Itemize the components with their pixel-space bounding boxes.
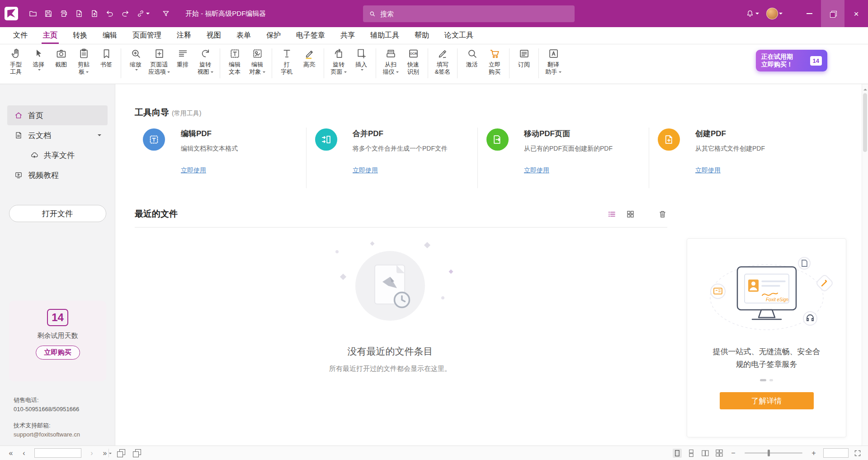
- menu-page-management[interactable]: 页面管理: [125, 27, 169, 44]
- sidebar-item-home[interactable]: 首页: [7, 105, 108, 125]
- grid-view-button[interactable]: [626, 209, 635, 219]
- sidebar-item-cloud-docs[interactable]: 云文档: [7, 125, 108, 145]
- menu-convert[interactable]: 转换: [65, 27, 95, 44]
- sidebar-item-shared-files[interactable]: 共享文件: [7, 145, 108, 165]
- zoom-out-button[interactable]: −: [729, 450, 738, 457]
- zoom-in-button[interactable]: +: [809, 450, 818, 457]
- menu-esign[interactable]: 电子签章: [288, 27, 333, 44]
- ribbon-zoom[interactable]: 缩放: [124, 47, 147, 71]
- ribbon-typewriter[interactable]: 打 字机: [275, 47, 298, 76]
- redo-button[interactable]: [118, 6, 133, 21]
- carousel-dots[interactable]: [760, 379, 773, 381]
- page-number-input[interactable]: [35, 449, 108, 457]
- last-page-button[interactable]: »: [100, 450, 109, 457]
- scroll-up-arrow-icon[interactable]: [863, 87, 867, 90]
- minimize-button[interactable]: [797, 0, 821, 27]
- ribbon-select-tool[interactable]: 选择: [27, 47, 50, 71]
- zoom-percent-box[interactable]: [823, 448, 849, 458]
- menu-comment[interactable]: 注释: [169, 27, 199, 44]
- learn-more-button[interactable]: 了解详情: [720, 392, 814, 409]
- menu-protect[interactable]: 保护: [259, 27, 288, 44]
- undo-button[interactable]: [102, 6, 118, 21]
- ribbon-subscribe[interactable]: 订阅: [513, 47, 535, 68]
- ribbon-quick-ocr[interactable]: OCR 快速 识别: [402, 47, 425, 76]
- buy-now-pill-button[interactable]: 立即购买: [36, 346, 80, 360]
- menu-paper-tools[interactable]: 论文工具: [437, 27, 481, 44]
- save-button[interactable]: [41, 6, 56, 21]
- single-page-view-button[interactable]: [673, 449, 682, 458]
- menu-home[interactable]: 主页: [35, 27, 65, 44]
- ribbon-highlight[interactable]: 高亮: [298, 47, 321, 68]
- use-now-link[interactable]: 立即使用: [353, 166, 378, 175]
- menu-share[interactable]: 共享: [333, 27, 363, 44]
- first-page-button[interactable]: «: [6, 450, 15, 457]
- ribbon-clipboard[interactable]: 剪贴 板: [72, 47, 95, 76]
- clipboard-snapshot-button[interactable]: [133, 449, 141, 457]
- fullscreen-icon[interactable]: [854, 449, 862, 457]
- ribbon-page-fit-options[interactable]: 页面适 应选项: [147, 47, 171, 76]
- customize-toolbar-button[interactable]: [158, 6, 174, 21]
- use-now-link[interactable]: 立即使用: [181, 166, 206, 175]
- menu-form[interactable]: 表单: [229, 27, 259, 44]
- search-input[interactable]: [380, 10, 569, 18]
- chevron-down-icon[interactable]: [98, 134, 101, 138]
- list-view-button[interactable]: [607, 209, 617, 219]
- carousel-dot-active[interactable]: [760, 379, 766, 381]
- sidebar-item-video-tutorials[interactable]: 视频教程: [7, 165, 108, 185]
- zoom-percent-input[interactable]: [824, 449, 848, 458]
- ribbon-snapshot[interactable]: 截图: [50, 47, 72, 68]
- page-number-box[interactable]: [34, 448, 81, 458]
- menu-view[interactable]: 视图: [199, 27, 229, 44]
- ribbon-rotate-view[interactable]: 旋转 视图: [194, 47, 217, 76]
- menu-edit[interactable]: 编辑: [95, 27, 125, 44]
- trial-buy-now-button[interactable]: 正在试用期 立即购买！ 14: [756, 50, 827, 71]
- open-file-pill-button[interactable]: 打开文件: [9, 205, 106, 222]
- trash-icon: [658, 209, 667, 219]
- ribbon-reflow[interactable]: 重排: [171, 47, 194, 68]
- tool-card-edit-pdf[interactable]: 编辑PDF 编辑文档和文本格式 立即使用: [135, 128, 306, 188]
- close-button[interactable]: ×: [844, 0, 868, 27]
- ribbon-edit-object[interactable]: 编辑 对象: [246, 47, 269, 76]
- support-email-address[interactable]: support@foxitsoftware.cn: [14, 430, 80, 439]
- next-page-button[interactable]: ›: [87, 450, 96, 457]
- menu-accessibility[interactable]: 辅助工具: [363, 27, 407, 44]
- share-doc-button[interactable]: [87, 6, 102, 21]
- use-now-link[interactable]: 立即使用: [524, 166, 549, 175]
- ribbon-activate[interactable]: 激活: [461, 47, 483, 68]
- ribbon-buy-now[interactable]: 立即 购买: [483, 47, 506, 76]
- ribbon-insert[interactable]: 插入: [350, 47, 373, 71]
- vertical-scrollbar[interactable]: [862, 84, 868, 446]
- snapshot-tool-button[interactable]: [117, 449, 125, 457]
- tool-card-create-pdf[interactable]: 创建PDF 从其它格式文件创建PDF 立即使用: [649, 128, 820, 188]
- menu-help[interactable]: 帮助: [407, 27, 437, 44]
- ribbon-edit-text[interactable]: 编辑 文本: [223, 47, 246, 76]
- zoom-slider-thumb[interactable]: [768, 450, 770, 456]
- search-box[interactable]: [363, 5, 575, 22]
- restore-button[interactable]: [821, 0, 844, 27]
- facing-view-button[interactable]: [701, 449, 710, 458]
- ribbon-from-scanner[interactable]: 从扫 描仪: [379, 47, 402, 76]
- tool-card-merge-pdf[interactable]: 合并PDF 将多个文件合并生成一个PDF文件 立即使用: [306, 128, 477, 188]
- ribbon-rotate-pages[interactable]: 旋转 页面: [327, 47, 350, 76]
- ribbon-bookmark[interactable]: 书签: [95, 47, 118, 68]
- sidebar-item-label: 首页: [28, 110, 43, 121]
- notifications-button[interactable]: [743, 6, 761, 21]
- carousel-dot[interactable]: [769, 379, 773, 381]
- ribbon-fill-sign[interactable]: 填写 &签名: [431, 47, 454, 76]
- scrollbar-thumb[interactable]: [863, 93, 867, 152]
- account-menu[interactable]: [761, 6, 788, 21]
- ribbon-hand-tool[interactable]: 手型 工具: [5, 47, 27, 76]
- open-file-button[interactable]: [25, 6, 41, 21]
- menu-file[interactable]: 文件: [5, 27, 35, 44]
- zoom-slider[interactable]: [745, 452, 802, 454]
- facing-continuous-view-button[interactable]: [715, 449, 724, 458]
- export-button[interactable]: [71, 6, 87, 21]
- previous-page-button[interactable]: ‹: [19, 450, 28, 457]
- quick-tool-dropdown[interactable]: [133, 6, 153, 21]
- tool-card-move-pdf-pages[interactable]: 移动PDF页面 从已有的PDF页面创建新的PDF 立即使用: [477, 128, 649, 188]
- use-now-link[interactable]: 立即使用: [695, 166, 721, 175]
- ribbon-translate-assistant[interactable]: 翻译 助手: [542, 47, 565, 76]
- continuous-view-button[interactable]: [687, 449, 696, 458]
- clear-recent-button[interactable]: [658, 209, 667, 219]
- print-button[interactable]: [56, 6, 71, 21]
